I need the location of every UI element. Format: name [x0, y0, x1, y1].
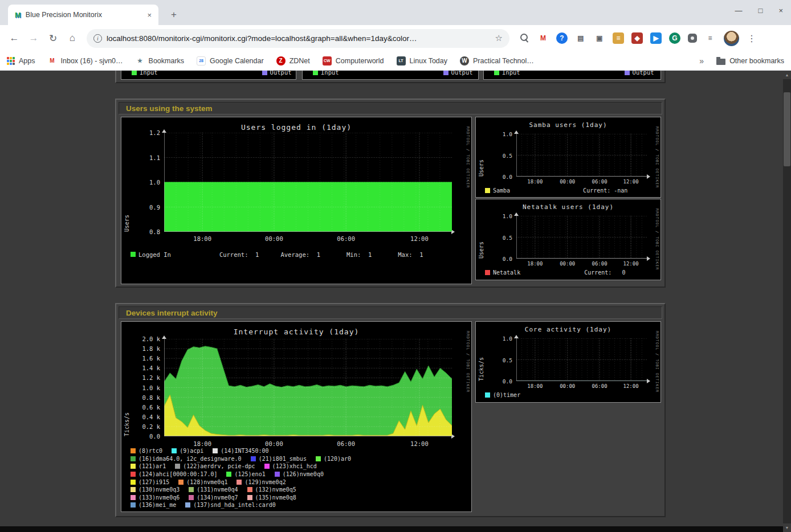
legend-row: (16)idma64.0, i2c_designware.0(21)i801_s… [131, 455, 468, 463]
legend-label: (8)rtc0 [138, 448, 162, 454]
home-button[interactable]: ⌂ [63, 28, 82, 48]
window-maximize-button[interactable]: □ [759, 6, 763, 15]
graph-legend: (8)rtc0(9)acpi(14)INT3450:00(16)idma64.0… [131, 447, 468, 509]
legend-label: (121)ar1 [138, 463, 166, 469]
x-tick-label: 06:00 [592, 179, 607, 185]
legend-label: Samba [493, 187, 510, 194]
bookmarks-overflow-icon[interactable]: » [699, 56, 704, 66]
plot-area[interactable] [516, 216, 647, 259]
core-activity-graph: Core activity (1day) Ticks/s 1.00.50.0 1… [475, 321, 661, 403]
scroll-down-icon[interactable]: ▼ [783, 523, 791, 532]
graph-legend: NetatalkCurrent: 0 [485, 269, 657, 276]
pocket-extension-icon[interactable]: ◆ [631, 32, 643, 44]
bookmark-item[interactable]: LTLinux Today [397, 56, 448, 66]
bookmark-item[interactable]: WPractical Technol… [460, 56, 534, 66]
plot-area[interactable] [164, 339, 452, 436]
bookmark-item[interactable]: Apps [7, 57, 35, 65]
forward-button[interactable]: → [24, 28, 43, 48]
legend-color-swatch [262, 71, 267, 75]
copy-extension-icon[interactable]: ▤ [575, 32, 586, 44]
legend-color-swatch [237, 480, 242, 485]
users-logged-in-graph: Users logged in (1day) Users 1.21.11.00.… [121, 117, 472, 284]
legend-label: (123)xhci_hcd [272, 463, 317, 469]
graph-title: Interrupt activity (1day) [121, 328, 471, 336]
scrollbar-thumb[interactable] [784, 92, 790, 166]
users-section: Users using the system Users logged in (… [115, 99, 666, 288]
x-tick-label: 12:00 [623, 383, 638, 389]
x-tick-label: 18:00 [527, 383, 543, 389]
network-graph-partial[interactable]: Input Output [121, 71, 296, 80]
other-bookmarks[interactable]: Other bookmarks [716, 57, 784, 65]
stack-extension-icon[interactable]: ≡ [613, 32, 624, 44]
bookmark-items: AppsMInbox (16) - sjvn0…★Bookmarks28Goog… [7, 56, 534, 66]
extensions-puzzle-icon[interactable] [688, 34, 697, 43]
site-info-icon[interactable]: i [93, 34, 102, 43]
legend-row: (133)nvme0q6(134)nvme0q7(135)nvme0q8 [131, 494, 468, 502]
graph-title: Netatalk users (1day) [476, 203, 660, 211]
reading-list-icon[interactable]: ≡ [704, 32, 716, 44]
legend-row: (121)ar1(122)aerdrv, pcie-dpc(123)xhci_h… [131, 463, 468, 470]
legend-color-swatch [443, 71, 448, 75]
y-tick-label: 0.0 [503, 174, 512, 180]
page-content: Input Output Input Output Input Output U… [0, 71, 783, 532]
legend-label: (129)nvme0q2 [244, 479, 286, 485]
scroll-up-icon[interactable]: ▲ [783, 71, 791, 79]
legend-row: (124)ahci[0000:00:17.0](125)eno1(126)nvm… [131, 470, 468, 478]
network-graph-partial[interactable]: Input Output [483, 71, 661, 80]
rrdtool-credit: RRDTOOL / TOBI OETIKER [655, 331, 659, 392]
vertical-scrollbar[interactable]: ▲ ▼ [783, 71, 791, 532]
legend-color-swatch [247, 487, 252, 492]
bookmarks-bar: AppsMInbox (16) - sjvn0…★Bookmarks28Goog… [0, 51, 791, 71]
legend-label: (9)acpi [180, 448, 203, 454]
legend-color-swatch [185, 502, 190, 508]
new-tab-button[interactable]: + [166, 7, 181, 22]
bookmark-label: Inbox (16) - sjvn0… [61, 57, 123, 65]
legend-color-swatch [251, 456, 256, 461]
graph-legend: Logged InCurrent: 1Average: 1Min: 1Max: … [131, 251, 468, 258]
legend-label: Average: 1 [280, 251, 320, 258]
address-bar[interactable]: i localhost:8080/monitorix-cgi/monitorix… [87, 29, 509, 48]
url-input[interactable]: localhost:8080/monitorix-cgi/monitorix.c… [107, 34, 491, 43]
x-tick-label: 00:00 [265, 440, 283, 447]
gmail-extension-icon[interactable]: M [537, 32, 549, 44]
bookmark-item[interactable]: ZZDNet [276, 56, 310, 66]
browser-tab[interactable]: M Blue Precision Monitorix × [8, 5, 158, 25]
y-axis-ticks: 1.00.50.0 [476, 134, 512, 177]
grammarly-extension-icon[interactable]: G [669, 32, 680, 44]
x-tick-label: 06:00 [592, 383, 607, 389]
search-icon[interactable] [519, 32, 530, 44]
graph-legend: Input Output [132, 71, 291, 76]
tab-close-icon[interactable]: × [147, 11, 152, 19]
bookmark-star-icon[interactable]: ☆ [495, 33, 503, 43]
help-extension-icon[interactable]: ? [556, 32, 568, 44]
window-close-button[interactable]: × [778, 6, 783, 15]
y-tick-label: 1.0 [149, 179, 160, 186]
bookmark-item[interactable]: MInbox (16) - sjvn0… [48, 56, 123, 66]
x-tick-label: 18:00 [527, 261, 543, 267]
reload-button[interactable]: ↻ [43, 28, 63, 48]
legend-color-swatch [264, 464, 270, 469]
bookmark-item[interactable]: CWComputerworld [323, 56, 384, 66]
legend-label: (126)nvme0q0 [283, 471, 324, 477]
legend-row: Logged InCurrent: 1Average: 1Min: 1Max: … [131, 251, 468, 258]
network-graph-partial[interactable]: Input Output [302, 71, 479, 80]
bookmarks-star-icon: ★ [136, 56, 145, 66]
bookmark-item[interactable]: 28Google Calendar [197, 56, 264, 66]
plot-area[interactable] [516, 338, 647, 381]
profile-avatar[interactable] [724, 31, 739, 46]
browser-toolbar: ← → ↻ ⌂ i localhost:8080/monitorix-cgi/m… [0, 25, 791, 51]
bookmark-label: Linux Today [410, 57, 448, 65]
monitorix-favicon-icon: M [15, 11, 21, 19]
vault-extension-icon[interactable]: ▣ [594, 32, 605, 44]
x-tick-label: 12:00 [623, 261, 638, 267]
y-tick-label: 1.2 k [142, 374, 160, 381]
window-minimize-button[interactable]: — [735, 6, 743, 15]
y-tick-label: 1.0 k [142, 384, 160, 391]
legend-label: Output [270, 71, 292, 76]
camera-extension-icon[interactable]: ▶ [650, 32, 662, 44]
plot-area[interactable] [516, 134, 647, 177]
bookmark-item[interactable]: ★Bookmarks [136, 56, 185, 66]
browser-menu-icon[interactable]: ⋮ [746, 33, 757, 44]
plot-area[interactable] [164, 133, 452, 232]
back-button[interactable]: ← [5, 28, 24, 48]
